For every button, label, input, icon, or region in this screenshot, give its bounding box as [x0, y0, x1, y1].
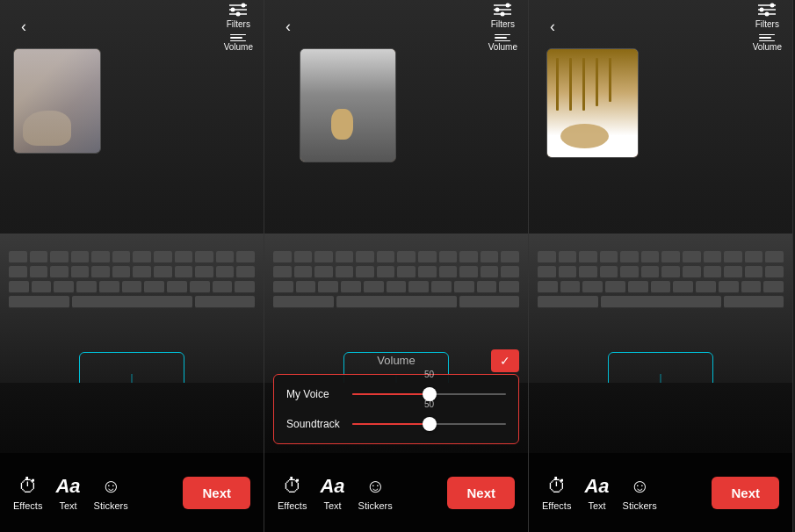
text-button-2[interactable]: Aa Text	[320, 475, 344, 511]
text-icon-3: Aa	[584, 475, 609, 498]
back-button-1[interactable]: ‹	[11, 13, 37, 40]
volume-button-3[interactable]: Volume	[753, 34, 782, 53]
volume-label-3: Volume	[753, 42, 782, 52]
volume-header-label-2: Volume	[377, 354, 415, 367]
panel-3: ‹ Filters Volume	[529, 0, 793, 532]
effects-label-3: Effects	[542, 500, 571, 511]
checkmark-icon-2: ✓	[500, 354, 510, 368]
next-button-2[interactable]: Next	[447, 477, 515, 509]
top-right-3: Filters Volume	[753, 1, 782, 53]
thumb-img-2	[300, 49, 395, 162]
soundtrack-value-2: 50	[424, 399, 434, 409]
stickers-label-3: Stickers	[623, 500, 657, 511]
slider-fill-2	[352, 423, 430, 425]
top-bar-1: ‹ Filters Volume	[0, 0, 264, 53]
next-button-1[interactable]: Next	[183, 477, 250, 509]
stickers-icon-3: ☺	[630, 475, 649, 498]
filters-label-3: Filters	[755, 19, 779, 29]
soundtrack-slider-2[interactable]: 50	[352, 415, 506, 433]
top-bar-3: ‹ Filters Volume	[529, 0, 792, 53]
thumbnail-2	[300, 48, 396, 162]
text-icon-1: Aa	[55, 475, 80, 498]
stickers-label-1: Stickers	[94, 500, 128, 511]
text-label-1: Text	[59, 500, 76, 511]
slider-fill-1	[352, 393, 430, 395]
volume-label-1: Volume	[224, 42, 253, 52]
thumbnail-3	[546, 48, 639, 158]
effects-label-1: Effects	[13, 500, 42, 511]
filters-icon-3	[758, 1, 776, 18]
stickers-icon-1: ☺	[101, 475, 120, 498]
slider-thumb-2[interactable]	[423, 417, 437, 431]
thumbnail-1	[13, 48, 101, 154]
stickers-button-3[interactable]: ☺ Stickers	[623, 475, 657, 511]
text-button-1[interactable]: Aa Text	[55, 475, 80, 511]
effects-button-3[interactable]: ⏱ Effects	[542, 475, 571, 511]
volume-button-2[interactable]: Volume	[488, 34, 517, 53]
stickers-button-2[interactable]: ☺ Stickers	[358, 475, 393, 511]
thumb-img-1	[14, 49, 100, 153]
stickers-button-1[interactable]: ☺ Stickers	[94, 475, 128, 511]
volume-icon-3	[759, 34, 775, 42]
soundtrack-label-2: Soundtrack	[286, 418, 343, 430]
effects-icon-1: ⏱	[18, 475, 38, 498]
floor-1	[0, 383, 264, 453]
text-label-2: Text	[323, 500, 341, 511]
volume-button-1[interactable]: Volume	[224, 34, 253, 53]
text-button-3[interactable]: Aa Text	[584, 475, 609, 511]
effects-button-2[interactable]: ⏱ Effects	[278, 475, 307, 511]
floor-3	[529, 383, 792, 453]
back-button-3[interactable]: ‹	[539, 13, 566, 40]
volume-icon-1	[230, 34, 246, 42]
panel-2: ‹ Filters Volume	[264, 0, 529, 532]
panel-1: ‹ Filters Volume	[0, 0, 264, 532]
toolbar-left-1: ⏱ Effects Aa Text ☺ Stickers	[13, 475, 128, 511]
volume-confirm-button-2[interactable]: ✓	[491, 349, 519, 372]
effects-button-1[interactable]: ⏱ Effects	[13, 475, 42, 511]
text-icon-2: Aa	[320, 475, 344, 498]
my-voice-label-2: My Voice	[286, 388, 343, 400]
filters-label-1: Filters	[227, 19, 250, 29]
effects-label-2: Effects	[278, 500, 307, 511]
back-button-2[interactable]: ‹	[275, 13, 301, 40]
my-voice-value-2: 50	[424, 370, 434, 379]
filters-button-1[interactable]: Filters	[227, 1, 250, 29]
stickers-icon-2: ☺	[365, 475, 385, 498]
filters-button-2[interactable]: Filters	[491, 1, 515, 29]
stickers-label-2: Stickers	[358, 500, 393, 511]
volume-header-2: Volume ✓	[273, 354, 519, 367]
text-label-3: Text	[588, 500, 605, 511]
top-right-1: Filters Volume	[224, 1, 253, 53]
toolbar-left-3: ⏱ Effects Aa Text ☺ Stickers	[542, 475, 657, 511]
effects-icon-3: ⏱	[547, 475, 567, 498]
bottom-toolbar-2: ⏱ Effects Aa Text ☺ Stickers Next	[264, 453, 528, 532]
volume-controls-2: My Voice 50 Soundtrack 50	[273, 374, 519, 444]
effects-icon-2: ⏱	[283, 475, 302, 498]
filters-label-2: Filters	[491, 19, 515, 29]
bottom-toolbar-3: ⏱ Effects Aa Text ☺ Stickers Next	[529, 453, 792, 532]
volume-label-2: Volume	[488, 42, 517, 52]
volume-icon-2	[495, 34, 510, 42]
my-voice-row-2: My Voice 50	[286, 385, 506, 403]
thumb-img-3	[547, 49, 638, 157]
soundtrack-row-2: Soundtrack 50	[286, 415, 506, 433]
bottom-toolbar-1: ⏱ Effects Aa Text ☺ Stickers Next	[0, 453, 264, 532]
top-right-2: Filters Volume	[488, 1, 517, 53]
next-button-3[interactable]: Next	[712, 477, 779, 509]
filters-button-3[interactable]: Filters	[755, 1, 779, 29]
top-bar-2: ‹ Filters Volume	[264, 0, 528, 53]
filters-icon-2	[494, 1, 511, 18]
volume-overlay-2: Volume ✓ My Voice 50 Soundtrack 50	[264, 354, 528, 453]
filters-icon-1	[229, 1, 247, 18]
toolbar-left-2: ⏱ Effects Aa Text ☺ Stickers	[278, 475, 393, 511]
